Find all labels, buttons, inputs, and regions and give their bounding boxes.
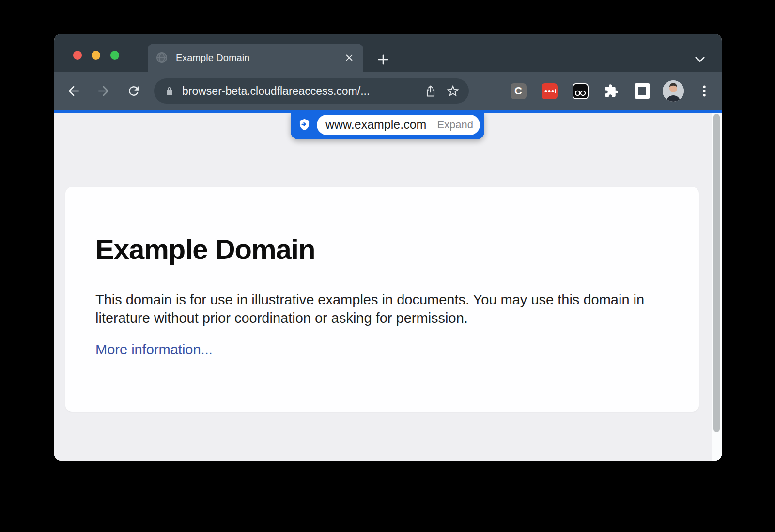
scrollbar-thumb[interactable] bbox=[713, 114, 720, 432]
profile-avatar[interactable] bbox=[663, 80, 684, 102]
shield-arrow-icon bbox=[298, 118, 311, 131]
close-window-button[interactable] bbox=[73, 51, 82, 60]
tab-strip: Example Domain bbox=[54, 34, 722, 72]
lock-icon bbox=[165, 86, 174, 96]
browser-toolbar: browser-beta.cloudflareaccess.com/... C bbox=[54, 72, 722, 110]
globe-favicon-icon bbox=[155, 51, 168, 64]
reload-button[interactable] bbox=[125, 83, 142, 99]
extensions-puzzle-icon[interactable] bbox=[603, 82, 620, 100]
desktop-background: Example Domain bbox=[0, 0, 775, 532]
expand-button[interactable]: Expand bbox=[437, 119, 473, 131]
extension-goggles-icon[interactable] bbox=[573, 83, 589, 99]
extensions-row: C bbox=[503, 78, 720, 104]
page-viewport: www.example.com Expand Example Domain Th… bbox=[54, 113, 722, 461]
more-information-link[interactable]: More information... bbox=[95, 342, 213, 358]
isolated-hostname: www.example.com bbox=[326, 118, 426, 132]
tab-example-domain[interactable]: Example Domain bbox=[148, 44, 363, 72]
page-paragraph: This domain is for use in illustrative e… bbox=[95, 290, 655, 327]
zoom-window-button[interactable] bbox=[110, 51, 119, 60]
back-button[interactable] bbox=[65, 83, 82, 99]
forward-button[interactable] bbox=[95, 83, 112, 99]
browser-window: Example Domain bbox=[54, 34, 722, 461]
bookmark-star-icon[interactable] bbox=[446, 84, 460, 98]
side-panel-frame-icon[interactable] bbox=[635, 83, 650, 99]
tab-title: Example Domain bbox=[176, 52, 343, 63]
share-icon[interactable] bbox=[423, 84, 438, 98]
isolation-banner: www.example.com Expand bbox=[291, 113, 484, 139]
content-card: Example Domain This domain is for use in… bbox=[65, 187, 699, 412]
page-title: Example Domain bbox=[95, 235, 669, 263]
new-tab-button[interactable] bbox=[375, 52, 391, 67]
chevron-down-icon[interactable] bbox=[692, 51, 708, 67]
kebab-menu-icon[interactable] bbox=[696, 82, 713, 100]
tab-close-icon[interactable] bbox=[343, 51, 356, 64]
url-text: browser-beta.cloudflareaccess.com/... bbox=[182, 85, 416, 98]
isolated-site-pill[interactable]: www.example.com Expand bbox=[317, 115, 480, 135]
minimize-window-button[interactable] bbox=[92, 51, 100, 60]
address-bar[interactable]: browser-beta.cloudflareaccess.com/... bbox=[154, 78, 469, 104]
extension-c-icon[interactable]: C bbox=[511, 83, 527, 99]
scrollbar-track[interactable] bbox=[712, 113, 722, 461]
extension-password-manager-icon[interactable] bbox=[542, 83, 558, 99]
